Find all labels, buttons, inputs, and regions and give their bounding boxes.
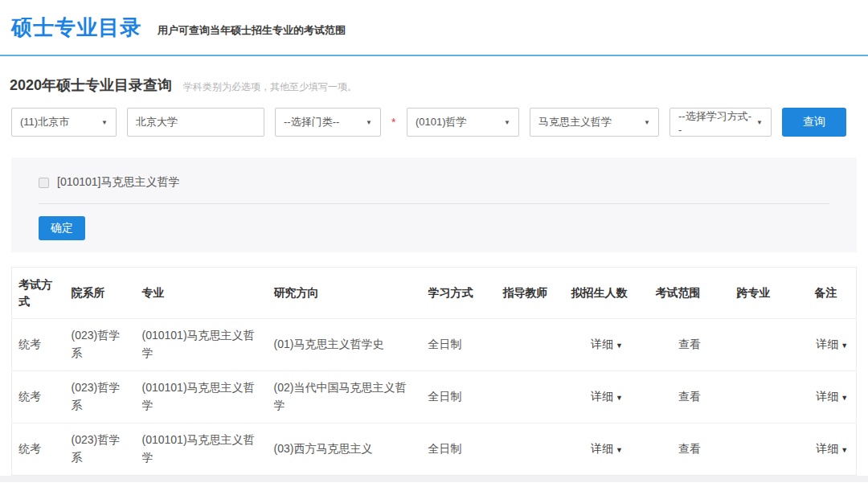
table-row: 统考 (023)哲学系 (010101)马克思主义哲学 (02)当代中国马克思主… [12, 371, 857, 424]
cell-cross-major [731, 319, 809, 371]
enrollment-detail-toggle[interactable]: 详细▼ [591, 390, 623, 403]
study-mode-select[interactable]: --选择学习方式-- ▼ [669, 108, 772, 137]
exam-scope-view-link[interactable]: 查看 [678, 338, 701, 350]
col-header-advisor: 指导教师 [497, 268, 565, 319]
cell-exam-type: 统考 [12, 424, 65, 476]
cell-direction: (01)马克思主义哲学史 [268, 319, 422, 371]
cell-direction: (02)当代中国马克思主义哲学 [268, 371, 422, 424]
page-header: 硕士专业目录 用户可查询当年硕士招生专业的考试范围 [0, 0, 868, 56]
caret-down-icon: ▼ [504, 119, 510, 126]
cell-major: (010101)马克思主义哲学 [136, 424, 268, 476]
enrollment-detail-label: 详细 [591, 390, 613, 403]
confirm-button[interactable]: 确定 [39, 216, 85, 240]
category-select[interactable]: --选择门类-- ▼ [275, 108, 381, 137]
discipline-select[interactable]: (0101)哲学 ▼ [407, 108, 519, 137]
page-title: 硕士专业目录 [11, 14, 141, 42]
col-header-remark: 备注 [809, 268, 857, 319]
remark-detail-label: 详细 [816, 338, 838, 350]
col-header-cross-major: 跨专业 [731, 268, 809, 319]
caret-down-icon: ▼ [616, 446, 623, 454]
result-table: 考试方式 院系所 专业 研究方向 学习方式 指导教师 拟招生人数 考试范围 跨专… [11, 267, 857, 476]
enrollment-detail-toggle[interactable]: 详细▼ [591, 442, 623, 455]
col-header-exam-scope: 考试范围 [649, 268, 731, 319]
major-checkbox-label: [010101]马克思主义哲学 [57, 175, 180, 190]
cell-department: (023)哲学系 [65, 319, 136, 371]
filter-bar: (11)北京市 ▼ --选择门类-- ▼ * (0101)哲学 ▼ 马克思主义哲… [11, 108, 857, 137]
table-row: 统考 (023)哲学系 (010101)马克思主义哲学 (01)马克思主义哲学史… [12, 319, 857, 371]
remark-detail-label: 详细 [816, 390, 838, 403]
major-checkbox-row: [010101]马克思主义哲学 [39, 175, 829, 190]
cell-exam-type: 统考 [12, 319, 65, 371]
exam-scope-view-link[interactable]: 查看 [678, 442, 701, 455]
caret-down-icon: ▼ [616, 394, 623, 402]
col-header-major: 专业 [136, 268, 268, 319]
required-asterisk: * [391, 116, 396, 129]
cell-department: (023)哲学系 [65, 424, 136, 476]
col-header-exam-type: 考试方式 [12, 268, 65, 319]
query-section-note: 学科类别为必选项，其他至少填写一项。 [183, 80, 357, 94]
major-select-value: 马克思主义哲学 [538, 115, 612, 129]
caret-down-icon: ▼ [841, 446, 848, 454]
caret-down-icon: ▼ [644, 119, 650, 126]
cell-direction: (03)西方马克思主义 [268, 424, 422, 476]
caret-down-icon: ▼ [366, 119, 372, 126]
page-subtitle: 用户可查询当年硕士招生专业的考试范围 [158, 23, 346, 38]
enrollment-detail-toggle[interactable]: 详细▼ [591, 338, 623, 350]
remark-detail-label: 详细 [816, 442, 838, 455]
table-header-row: 考试方式 院系所 专业 研究方向 学习方式 指导教师 拟招生人数 考试范围 跨专… [12, 268, 857, 319]
cell-cross-major [731, 371, 809, 424]
cell-department: (023)哲学系 [65, 371, 136, 424]
caret-down-icon: ▼ [841, 394, 848, 402]
query-section-head: 2020年硕士专业目录查询 学科类别为必选项，其他至少填写一项。 [10, 76, 857, 95]
university-input[interactable] [127, 108, 264, 137]
col-header-direction: 研究方向 [268, 268, 422, 319]
col-header-enrollment: 拟招生人数 [565, 268, 649, 319]
panel-divider [39, 203, 829, 204]
caret-down-icon: ▼ [756, 119, 763, 126]
major-select[interactable]: 马克思主义哲学 ▼ [530, 108, 659, 137]
cell-advisor [497, 319, 565, 371]
cell-study-mode: 全日制 [422, 319, 497, 371]
cell-advisor [497, 424, 565, 476]
page-bottom-strip [0, 476, 868, 482]
cell-advisor [497, 371, 565, 424]
col-header-department: 院系所 [65, 268, 136, 319]
search-button[interactable]: 查询 [782, 108, 846, 137]
cell-study-mode: 全日制 [422, 371, 497, 424]
caret-down-icon: ▼ [841, 342, 848, 350]
exam-scope-view-link[interactable]: 查看 [678, 390, 701, 403]
remark-detail-toggle[interactable]: 详细▼ [816, 442, 848, 455]
caret-down-icon: ▼ [616, 342, 623, 350]
cell-exam-type: 统考 [12, 371, 65, 424]
selection-panel: [010101]马克思主义哲学 确定 [11, 158, 857, 252]
table-row: 统考 (023)哲学系 (010101)马克思主义哲学 (03)西方马克思主义 … [12, 424, 857, 476]
province-select[interactable]: (11)北京市 ▼ [11, 108, 117, 137]
query-section-title: 2020年硕士专业目录查询 [10, 76, 172, 95]
enrollment-detail-label: 详细 [591, 442, 613, 455]
enrollment-detail-label: 详细 [591, 338, 613, 350]
major-checkbox[interactable] [39, 178, 49, 188]
category-select-value: --选择门类-- [284, 115, 339, 129]
remark-detail-toggle[interactable]: 详细▼ [816, 390, 848, 403]
cell-cross-major [731, 424, 809, 476]
col-header-study-mode: 学习方式 [422, 268, 497, 319]
discipline-select-value: (0101)哲学 [416, 115, 467, 129]
caret-down-icon: ▼ [101, 119, 108, 126]
remark-detail-toggle[interactable]: 详细▼ [816, 338, 848, 350]
cell-study-mode: 全日制 [422, 424, 497, 476]
cell-major: (010101)马克思主义哲学 [136, 371, 268, 424]
cell-major: (010101)马克思主义哲学 [136, 319, 268, 371]
province-select-value: (11)北京市 [20, 115, 69, 129]
study-mode-select-value: --选择学习方式-- [678, 109, 751, 136]
